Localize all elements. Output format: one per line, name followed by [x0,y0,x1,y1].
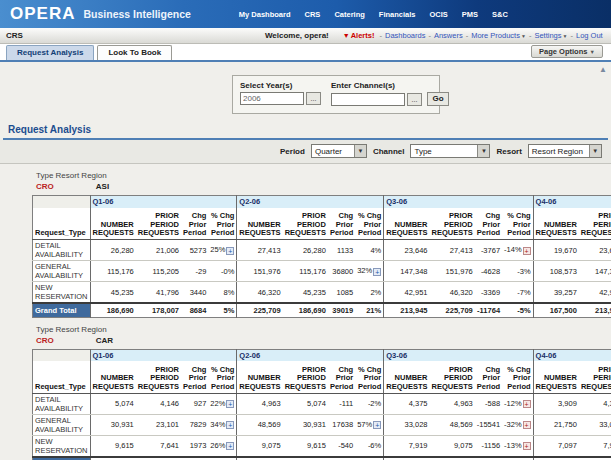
drill-expand-icon[interactable]: + [226,247,234,255]
cell: -29 [181,261,208,282]
cell: 115,176 [283,261,328,282]
cell: -6% [355,435,384,457]
quarter-header: Q1-06 [90,196,237,208]
cell: 7,919 [384,435,430,457]
column-header: NUMBER REQUESTS [90,208,136,240]
cell: 48,569 [429,414,474,435]
cell: 3,909 [533,393,579,414]
column-header: NUMBER REQUESTS [237,208,283,240]
top-banner: OPERA Business Intelligence My Dashboard… [0,0,611,28]
cell: 23,101 [136,414,181,435]
banner-nav-item-crs[interactable]: CRS [305,10,321,19]
cell: -111 [328,393,355,414]
cell: 45,619 [283,457,328,460]
util-link-dashboards[interactable]: Dashboards [385,31,425,40]
cell: 4,963 [429,393,474,414]
cell: 147,348 [384,261,430,282]
drill-expand-icon[interactable]: + [373,421,381,429]
util-link-answers[interactable]: Answers [434,31,463,40]
request-analysis-table-car: Q1-06Q2-06Q3-06Q4-06Request_TypeNUMBER R… [32,349,611,460]
drill-expand-icon[interactable]: + [523,247,531,255]
cell: 8684 [181,303,208,317]
tab-request-analysis[interactable]: Request Analysis [6,45,94,60]
resort-select[interactable]: Resort Region▼ [528,144,602,158]
cell: 30,931 [283,414,328,435]
column-header: PRIOR PERIOD REQUESTS [283,361,328,393]
drill-expand-icon[interactable]: + [523,442,531,450]
cell: 1133 [328,240,355,261]
period-select[interactable]: Quarter▼ [311,144,367,158]
corner-cell [33,349,91,361]
quarter-header: Q3-06 [384,349,533,361]
grand-total-row: Grand Total45,61934,8891073031%62,60745,… [33,457,611,460]
tab-look-to-book[interactable]: Look To Book [97,45,172,60]
cell: 927 [181,393,208,414]
drill-expand-icon[interactable]: + [226,442,234,450]
banner-nav-item-financials[interactable]: Financials [379,10,416,19]
cell: 213,945 [384,303,430,317]
cell: 45,322 [579,457,611,460]
region-block: Type Resort RegionCROASIQ1-06Q2-06Q3-06Q… [8,171,603,318]
column-header: % Chg Prior Period [208,208,237,240]
cell: 27,413 [429,240,474,261]
alerts-link[interactable]: Alerts! [351,31,375,40]
collapse-arrow-icon[interactable]: ▲ [599,65,607,74]
drill-expand-icon[interactable]: + [373,268,381,276]
cell: -13%+ [502,435,533,457]
banner-nav-item-my-dashboard[interactable]: My Dashboard [239,10,291,19]
util-link-log-out[interactable]: Log Out [576,31,603,40]
chevron-down-icon: ▼ [477,145,489,157]
grand-total-label: Grand Total [33,303,91,317]
cell: 108,573 [533,261,579,282]
column-header: % Chg Prior Period [502,208,533,240]
year-browse-button[interactable]: ... [306,92,321,105]
cell: 17638 [328,414,355,435]
column-header: PRIOR PERIOD REQUESTS [579,361,611,393]
banner-nav-item-pms[interactable]: PMS [462,10,478,19]
cell: 19,670 [533,240,579,261]
group-label: Type Resort Region [36,171,603,180]
cell: 26,280 [90,240,136,261]
banner-nav-item-ocis[interactable]: OCIS [429,10,447,19]
column-header: Chg Prior Period [328,361,355,393]
cell: 3440 [181,282,208,304]
cell: 8% [208,282,237,304]
util-link-more-products[interactable]: More Products [471,31,520,40]
channel-label: Enter Channel(s) [331,81,449,90]
column-header: Chg Prior Period [328,208,355,240]
separator: - [466,31,469,40]
channel-browse-button[interactable]: ... [407,93,422,106]
channel-select[interactable]: Type▼ [410,144,490,158]
table-row: GENERAL AVAILABILITY115,176115,205-29-0%… [33,261,611,282]
column-header: PRIOR PERIOD REQUESTS [429,208,474,240]
cell: 9,615 [90,435,136,457]
cell: 213,945 [579,303,611,317]
cell: 186,690 [283,303,328,317]
util-link-settings[interactable]: Settings [534,31,561,40]
column-header: Chg Prior Period [475,208,502,240]
page-options-button[interactable]: Page Options ▼ [531,45,603,58]
go-button[interactable]: Go [427,92,449,106]
drill-expand-icon[interactable]: + [226,421,234,429]
banner-nav-item-s-c[interactable]: S&C [492,10,508,19]
channel-input[interactable] [331,93,405,106]
cell: 10730 [181,457,208,460]
row-label: DETAIL AVAILABILITY [33,240,91,261]
column-header: PRIOR PERIOD REQUESTS [136,361,181,393]
column-header: % Chg Prior Period [502,361,533,393]
banner-nav-item-catering[interactable]: Catering [334,10,364,19]
cell: 4% [355,240,384,261]
resort-label: Resort [496,147,521,156]
region-block: Type Resort RegionCROCARQ1-06Q2-06Q3-06Q… [8,325,603,460]
cell: 151,976 [237,261,283,282]
cell: 4,375 [579,393,611,414]
year-input[interactable] [240,92,304,105]
column-header: % Chg Prior Period [208,361,237,393]
cell: 4,375 [384,393,430,414]
drill-expand-icon[interactable]: + [523,400,531,408]
cell: 45,235 [283,282,328,304]
cell: 26%+ [208,435,237,457]
drill-expand-icon[interactable]: + [226,400,234,408]
cell: 26,280 [283,240,328,261]
drill-expand-icon[interactable]: + [523,421,531,429]
